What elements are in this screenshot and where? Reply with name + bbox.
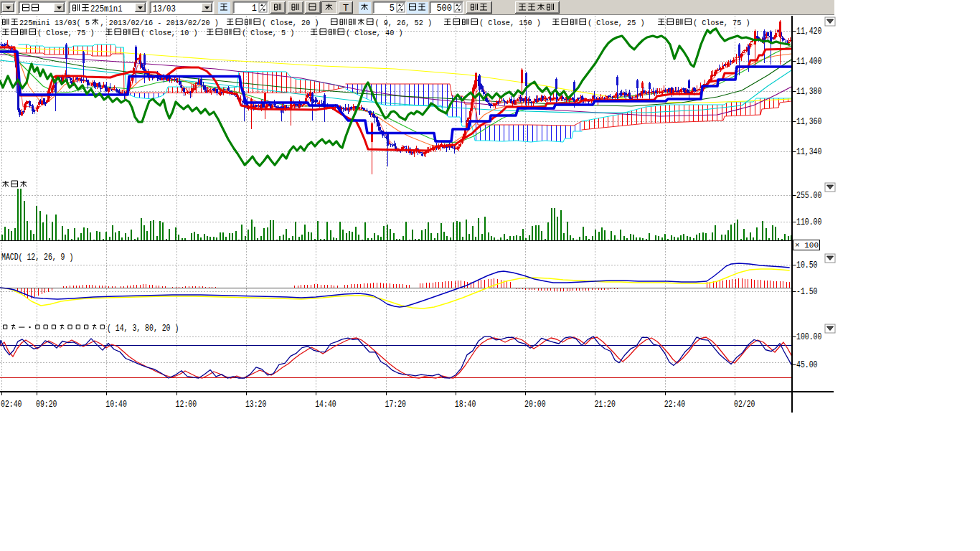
svg-text:10.50: 10.50 xyxy=(796,260,818,270)
svg-text:MACD( 12, 26, 9 ): MACD( 12, 26, 9 ) xyxy=(1,253,73,263)
svg-text:225mini 13/03( 5: 225mini 13/03( 5 xyxy=(19,18,90,27)
svg-text:02/20: 02/20 xyxy=(734,400,755,410)
svg-text:21:20: 21:20 xyxy=(594,400,616,410)
svg-text:13:20: 13:20 xyxy=(245,400,267,410)
svg-text:( Close, 150 ): ( Close, 150 ) xyxy=(479,18,541,27)
svg-text:11,420: 11,420 xyxy=(796,27,821,37)
svg-text:11,380: 11,380 xyxy=(796,87,821,97)
svg-text:10:40: 10:40 xyxy=(105,400,127,410)
svg-text:20:00: 20:00 xyxy=(524,400,546,410)
svg-text:( Close, 40 ): ( Close, 40 ) xyxy=(346,28,403,37)
svg-text:( Close, 10 ): ( Close, 10 ) xyxy=(141,28,198,37)
svg-text:18:40: 18:40 xyxy=(455,400,476,410)
svg-text:( Close, 25 ): ( Close, 25 ) xyxy=(588,18,645,27)
svg-text:, 2013/02/16 - 2013/02/20 ): , 2013/02/16 - 2013/02/20 ) xyxy=(100,18,219,27)
svg-text:11,340: 11,340 xyxy=(796,147,821,157)
svg-text:11,400: 11,400 xyxy=(796,57,821,67)
svg-text:( Close, 75 ): ( Close, 75 ) xyxy=(37,28,95,37)
svg-text:-1.50: -1.50 xyxy=(796,287,818,297)
svg-text:T: T xyxy=(343,2,349,13)
svg-text:22:40: 22:40 xyxy=(664,400,686,410)
svg-text:14:40: 14:40 xyxy=(315,400,336,410)
svg-text:1: 1 xyxy=(252,4,257,14)
svg-text:11,360: 11,360 xyxy=(796,117,821,127)
svg-text:110.00: 110.00 xyxy=(796,217,821,227)
svg-text:09:20: 09:20 xyxy=(36,400,57,410)
svg-text:( Close, 20 ): ( Close, 20 ) xyxy=(262,18,319,27)
svg-text:225mini: 225mini xyxy=(90,4,123,14)
svg-text:12:00: 12:00 xyxy=(176,400,197,410)
svg-text:× 100: × 100 xyxy=(795,241,819,250)
svg-text:45.00: 45.00 xyxy=(796,360,818,370)
svg-text:100.00: 100.00 xyxy=(796,332,821,342)
svg-text:( 14, 3, 80, 20 ): ( 14, 3, 80, 20 ) xyxy=(107,324,179,334)
svg-text:( Close, 75 ): ( Close, 75 ) xyxy=(693,18,750,27)
svg-text:5: 5 xyxy=(390,4,395,14)
svg-text:17:20: 17:20 xyxy=(385,400,407,410)
svg-text:( Close, 5 ): ( Close, 5 ) xyxy=(242,28,295,37)
svg-text:500: 500 xyxy=(436,4,452,14)
svg-text:( 9, 26, 52 ): ( 9, 26, 52 ) xyxy=(375,18,433,27)
svg-text:02:40: 02:40 xyxy=(1,400,22,410)
svg-text:13/03: 13/03 xyxy=(153,4,176,14)
svg-text:255.00: 255.00 xyxy=(796,191,821,201)
